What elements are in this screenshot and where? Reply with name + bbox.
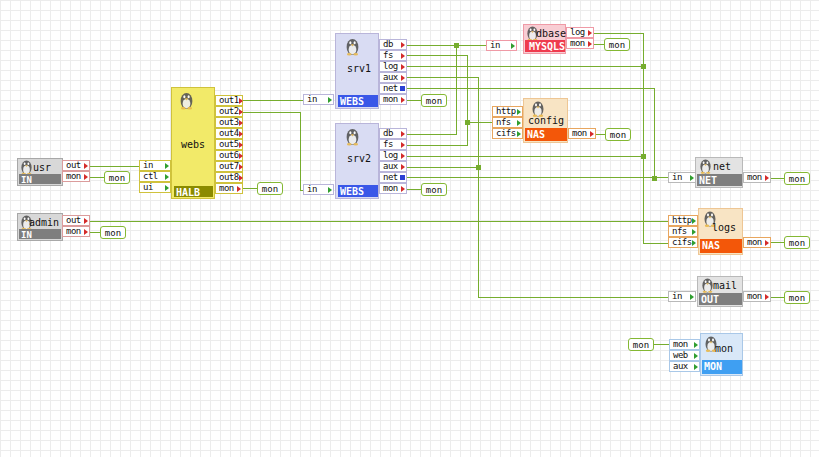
wire-segment[interactable]	[771, 178, 785, 179]
wire-segment[interactable]	[407, 55, 468, 56]
node-mail[interactable]: mail OUT	[697, 276, 743, 307]
node-config[interactable]: config NAS	[523, 98, 568, 143]
port-dbase-mon[interactable]: mon	[566, 38, 594, 49]
wire-segment[interactable]	[654, 344, 670, 345]
wire-segment[interactable]	[643, 243, 669, 244]
port-srv2-fs[interactable]: fs	[379, 139, 407, 150]
monitor-tap-logs[interactable]: mon	[784, 236, 810, 249]
diagram-canvas[interactable]: usr IN out mon mon admin IN out mon mon …	[0, 0, 819, 457]
port-webs-mon[interactable]: mon	[215, 183, 243, 194]
node-logs[interactable]: logs NAS	[698, 208, 743, 255]
port-webs-in[interactable]: in	[139, 160, 171, 171]
monitor-tap-mon[interactable]: mon	[628, 338, 654, 351]
monitor-tap-usr[interactable]: mon	[104, 171, 130, 184]
port-srv1-db[interactable]: db	[379, 39, 407, 50]
node-srv1[interactable]: srv1 WEBS	[335, 33, 379, 109]
wire-segment[interactable]	[407, 167, 479, 168]
port-net-in[interactable]: in	[668, 172, 696, 183]
wire-segment[interactable]	[300, 112, 301, 191]
wire-segment[interactable]	[407, 77, 479, 78]
port-webs-ctl[interactable]: ctl	[139, 171, 171, 182]
port-srv1-log[interactable]: log	[379, 61, 407, 72]
port-logs-nfs[interactable]: nfs	[668, 226, 698, 237]
port-srv2-db[interactable]: db	[379, 128, 407, 139]
monitor-tap-webs[interactable]: mon	[257, 182, 283, 195]
port-logs-cifs[interactable]: cifs	[668, 237, 698, 248]
port-srv2-mon[interactable]: mon	[379, 183, 407, 194]
wire-segment[interactable]	[90, 177, 105, 178]
port-webs-ui[interactable]: ui	[139, 182, 171, 193]
port-admin-mon[interactable]: mon	[62, 226, 90, 237]
wire-segment[interactable]	[243, 100, 304, 101]
port-config-cifs[interactable]: cifs	[492, 128, 523, 139]
monitor-tap-config[interactable]: mon	[605, 128, 631, 141]
node-admin[interactable]: admin IN	[17, 213, 63, 241]
wire-segment[interactable]	[407, 45, 487, 46]
port-webs-out1[interactable]: out1	[215, 95, 243, 106]
wire-segment[interactable]	[407, 145, 468, 146]
wire-segment[interactable]	[456, 45, 457, 135]
port-srv2-log[interactable]: log	[379, 150, 407, 161]
wire-segment[interactable]	[90, 166, 140, 167]
port-srv1-aux[interactable]: aux	[379, 72, 407, 83]
wire-segment[interactable]	[654, 88, 655, 179]
port-webs-out5[interactable]: out5	[215, 139, 243, 150]
port-mail-mon[interactable]: mon	[743, 291, 771, 302]
port-config-nfs[interactable]: nfs	[492, 117, 523, 128]
port-admin-out[interactable]: out	[62, 215, 90, 226]
port-webs-out3[interactable]: out3	[215, 117, 243, 128]
port-webs-out6[interactable]: out6	[215, 150, 243, 161]
wire-segment[interactable]	[407, 134, 457, 135]
node-dbase[interactable]: dbase MYSQLS	[523, 24, 566, 54]
monitor-tap-admin[interactable]: mon	[100, 226, 126, 239]
port-srv2-in[interactable]: in	[303, 184, 334, 195]
port-logs-mon[interactable]: mon	[743, 237, 771, 248]
node-net[interactable]: net NET	[695, 157, 743, 188]
node-webs[interactable]: webs HALB	[171, 87, 215, 199]
monitor-tap-net[interactable]: mon	[784, 172, 810, 185]
port-logs-http[interactable]: http	[668, 215, 698, 226]
wire-segment[interactable]	[243, 112, 301, 113]
port-config-mon[interactable]: mon	[568, 128, 596, 139]
port-usr-out[interactable]: out	[62, 160, 90, 171]
port-srv1-mon[interactable]: mon	[379, 94, 407, 105]
port-dbase-in[interactable]: in	[486, 40, 517, 51]
port-srv1-in[interactable]: in	[303, 94, 334, 105]
wire-segment[interactable]	[478, 297, 669, 298]
wire-segment[interactable]	[478, 77, 479, 298]
port-mon-aux[interactable]: aux	[669, 361, 700, 372]
node-mon[interactable]: mon MON	[700, 333, 743, 376]
wire-segment[interactable]	[407, 88, 655, 89]
node-srv2[interactable]: srv2 WEBS	[335, 123, 379, 199]
port-mon-web[interactable]: web	[669, 350, 700, 361]
monitor-tap-srv2[interactable]: mon	[421, 183, 447, 196]
wire-segment[interactable]	[407, 156, 644, 157]
port-webs-out8[interactable]: out8	[215, 172, 243, 183]
monitor-tap-srv1[interactable]: mon	[421, 94, 447, 107]
port-webs-out2[interactable]: out2	[215, 106, 243, 117]
port-usr-mon[interactable]: mon	[62, 171, 90, 182]
monitor-tap-dbase[interactable]: mon	[604, 38, 630, 51]
port-srv1-fs[interactable]: fs	[379, 50, 407, 61]
port-srv1-net[interactable]: net	[379, 83, 407, 94]
wire-segment[interactable]	[407, 100, 422, 101]
wire-segment[interactable]	[243, 188, 258, 189]
port-net-mon[interactable]: mon	[743, 172, 771, 183]
wire-segment[interactable]	[407, 189, 422, 190]
port-webs-out7[interactable]: out7	[215, 161, 243, 172]
port-dbase-log[interactable]: log	[566, 27, 594, 38]
node-usr[interactable]: usr IN	[17, 158, 63, 186]
wire-segment[interactable]	[467, 122, 493, 123]
port-srv2-aux[interactable]: aux	[379, 161, 407, 172]
monitor-tap-mail[interactable]: mon	[784, 291, 810, 304]
wire-segment[interactable]	[407, 177, 669, 178]
port-webs-out4[interactable]: out4	[215, 128, 243, 139]
port-config-http[interactable]: http	[492, 106, 523, 117]
port-srv2-net[interactable]: net	[379, 172, 407, 183]
wire-segment[interactable]	[467, 55, 468, 146]
wire-segment[interactable]	[594, 33, 644, 34]
port-mail-in[interactable]: in	[668, 291, 696, 302]
wire-segment[interactable]	[407, 66, 644, 67]
wire-segment[interactable]	[771, 242, 785, 243]
port-mon-mon[interactable]: mon	[669, 339, 700, 350]
